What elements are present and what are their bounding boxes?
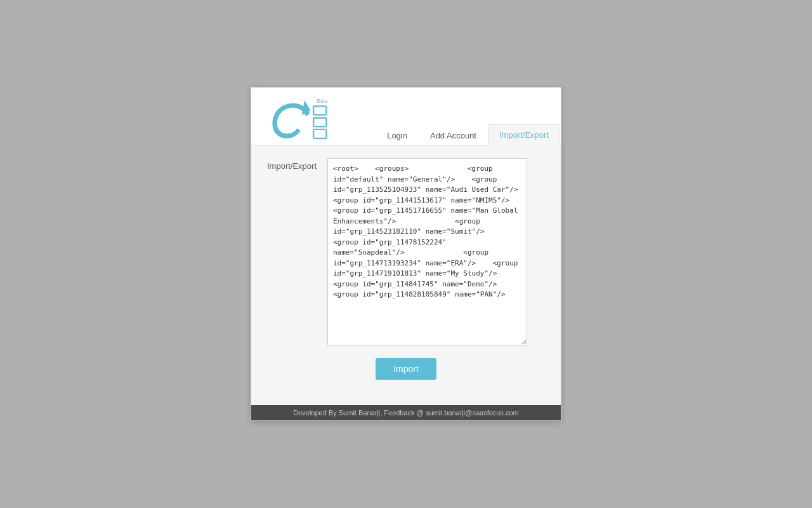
import-button-row: Import: [267, 358, 545, 380]
import-button[interactable]: Import: [376, 358, 436, 380]
svg-rect-0: [313, 106, 326, 115]
svg-rect-2: [313, 130, 326, 138]
tab-import-export[interactable]: Import/Export: [488, 124, 560, 145]
header: One Click Beta Login Add Account Import/…: [251, 88, 561, 145]
app-window: One Click Beta Login Add Account Import/…: [251, 87, 561, 421]
logo-icon: One Click Beta: [261, 94, 337, 142]
xml-textarea[interactable]: [327, 158, 527, 345]
section-label: Import/Export: [267, 158, 318, 171]
tab-login[interactable]: Login: [376, 125, 418, 145]
import-export-section: Import/Export: [267, 158, 545, 345]
footer-text: Developed By Sumit Banarji, Feedback @ s…: [293, 409, 519, 417]
svg-rect-1: [313, 118, 326, 127]
tab-add-account[interactable]: Add Account: [419, 125, 487, 145]
nav-tabs: Login Add Account Import/Export: [376, 124, 561, 145]
footer: Developed By Sumit Banarji, Feedback @ s…: [251, 405, 561, 420]
main-content: Import/Export Import: [251, 145, 561, 405]
svg-text:Beta: Beta: [317, 98, 328, 104]
logo-area: One Click Beta: [251, 88, 346, 145]
